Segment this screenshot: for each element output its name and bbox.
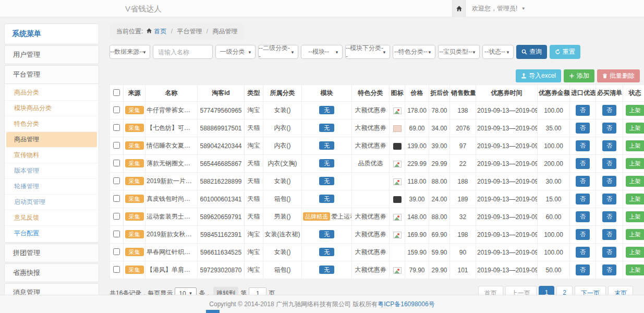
filter-module-sub-category-select[interactable]: --模块下分类--▼ — [345, 45, 390, 59]
import-select-toggle[interactable]: 否 — [576, 140, 590, 151]
must-buy-cell: 否 — [596, 102, 623, 119]
sidebar-subitem[interactable]: 特色分类 — [5, 116, 99, 132]
status-button[interactable]: 上架 — [626, 194, 644, 204]
row-checkbox[interactable] — [113, 266, 120, 273]
must-buy-toggle[interactable]: 否 — [602, 105, 616, 116]
status-button[interactable]: 上架 — [626, 176, 644, 187]
sidebar-item[interactable]: 省惠快报 — [4, 263, 99, 282]
filter-status-select[interactable]: --状态--▼ — [482, 45, 514, 59]
sidebar-subitem-active[interactable]: 商品管理 — [6, 132, 97, 148]
name-search-input[interactable] — [153, 45, 213, 59]
sidebar-subitem[interactable]: 版本管理 — [5, 163, 99, 179]
must-buy-cell: 否 — [596, 190, 623, 208]
product-type: 天猫 — [245, 173, 263, 190]
price: 79.90 — [405, 261, 429, 279]
product-thumbnail-icon — [393, 178, 402, 185]
module-cell: 品牌精选爱上运动 — [302, 208, 352, 226]
feature-category: 大额优惠券 — [352, 208, 390, 226]
row-checkbox[interactable] — [113, 195, 120, 202]
table-body: 采集 牛仔背带裤女秋装减龄... 577479560965 淘宝 女装() 无 … — [110, 102, 644, 279]
filter-data-source-select[interactable]: --数据来源--▼ — [110, 45, 150, 59]
batch-delete-button[interactable]: 批量删除 — [597, 69, 640, 82]
sidebar-subitem[interactable]: 商品分类 — [5, 85, 99, 101]
product-type: 天猫 — [245, 155, 263, 173]
row-checkbox[interactable] — [113, 106, 120, 113]
module-cell: 无 — [302, 102, 352, 119]
filter-select-label: 一级分类 — [220, 47, 245, 56]
must-buy-toggle[interactable]: 否 — [602, 264, 616, 275]
header-home-button[interactable] — [452, 0, 466, 17]
import-select-toggle[interactable]: 否 — [576, 229, 590, 240]
sidebar-subitem[interactable]: 轮播管理 — [5, 179, 99, 195]
filter-feature-category-select[interactable]: --特色分类--▼ — [393, 45, 435, 59]
user-menu[interactable]: 欢迎您，管理员! ▼ — [472, 0, 526, 17]
status-button[interactable]: 上架 — [626, 123, 644, 134]
price: 118.00 — [405, 173, 429, 190]
sidebar-item[interactable]: 拼团管理 — [4, 244, 99, 262]
row-checkbox-cell — [110, 208, 124, 226]
sidebar-subitem[interactable]: 意见反馈 — [5, 210, 99, 226]
table-row: 采集 【七色纺】可爱纯棉家... 588869917501 天猫 内衣() 无 … — [110, 119, 644, 137]
row-checkbox[interactable] — [113, 142, 120, 149]
sidebar-subitem[interactable]: 宣传物料 — [5, 148, 99, 163]
filter-bar: --数据来源--▼一级分类▼--二级分类--▼--模块--▼--模块下分类--▼… — [110, 45, 640, 59]
must-buy-toggle[interactable]: 否 — [602, 140, 616, 151]
status-button[interactable]: 上架 — [626, 158, 644, 169]
filter-level1-category-select[interactable]: 一级分类▼ — [215, 45, 256, 59]
row-checkbox[interactable] — [113, 177, 120, 184]
reset-button[interactable]: 重置 — [550, 45, 580, 59]
chevron-down-icon: ▼ — [335, 50, 339, 55]
module-cell: 无 — [302, 261, 352, 279]
must-buy-cell: 否 — [596, 137, 623, 155]
must-buy-toggle[interactable]: 否 — [602, 247, 616, 258]
import-select-toggle[interactable]: 否 — [576, 264, 590, 275]
status-button[interactable]: 上架 — [626, 211, 644, 222]
import-select-toggle[interactable]: 否 — [576, 123, 590, 134]
coupon-amount: 15.00 — [538, 190, 570, 208]
sidebar-item-platform-management[interactable]: 平台管理 — [4, 65, 99, 84]
filter-module-select[interactable]: --模块--▼ — [301, 45, 343, 59]
row-checkbox[interactable] — [113, 231, 120, 237]
add-button[interactable]: 添加 — [564, 69, 594, 82]
coupon-time: 2019-09-13—2019-09-20 — [476, 137, 538, 155]
must-buy-toggle[interactable]: 否 — [602, 229, 616, 240]
price: 159.90 — [405, 244, 429, 261]
import-excel-button[interactable]: 导入excel — [516, 69, 561, 82]
import-select-toggle[interactable]: 否 — [576, 194, 590, 204]
status-button[interactable]: 上架 — [626, 105, 644, 116]
sidebar-subitem[interactable]: 模块商品分类 — [5, 101, 99, 116]
status-button[interactable]: 上架 — [626, 229, 644, 240]
import-select-toggle[interactable]: 否 — [576, 176, 590, 187]
row-checkbox[interactable] — [113, 248, 120, 255]
taoke-id: 588869917501 — [198, 119, 245, 137]
import-select-toggle[interactable]: 否 — [576, 105, 590, 116]
table-header-row: 来源名称淘客id类型所属分类模块特色分类图标价格折后价销售数量优惠券时间优惠券金… — [110, 85, 644, 102]
search-button[interactable]: 查询 — [516, 45, 547, 59]
import-select-toggle[interactable]: 否 — [576, 158, 590, 169]
row-checkbox[interactable] — [113, 213, 120, 220]
filter-level2-category-select[interactable]: --二级分类--▼ — [258, 45, 298, 59]
status-button[interactable]: 上架 — [626, 247, 644, 258]
must-buy-toggle[interactable]: 否 — [602, 194, 616, 204]
must-buy-toggle[interactable]: 否 — [602, 123, 616, 134]
select-all-checkbox[interactable] — [113, 89, 120, 96]
status-button[interactable]: 上架 — [626, 264, 644, 275]
import-select-toggle[interactable]: 否 — [576, 247, 590, 258]
row-checkbox[interactable] — [113, 160, 120, 166]
sidebar-subitem[interactable]: 启动页管理 — [5, 195, 99, 210]
sidebar-subitem[interactable]: 平台配置 — [5, 226, 99, 241]
must-buy-toggle[interactable]: 否 — [602, 211, 616, 222]
import-select-toggle[interactable]: 否 — [576, 211, 590, 222]
product-thumbnail-icon — [393, 107, 402, 114]
icp-link[interactable]: 粤ICP备16098006号 — [378, 300, 434, 308]
must-buy-toggle[interactable]: 否 — [602, 176, 616, 187]
sidebar-item-user-management[interactable]: 用户管理 — [4, 45, 99, 64]
filter-item-type-select[interactable]: --宝贝类型--▼ — [438, 45, 480, 59]
row-checkbox[interactable] — [113, 124, 120, 131]
breadcrumb-home-link[interactable]: 首页 — [154, 28, 166, 35]
must-buy-cell: 否 — [596, 208, 623, 226]
price: 69.00 — [405, 119, 429, 137]
must-buy-toggle[interactable]: 否 — [602, 158, 616, 169]
status-button[interactable]: 上架 — [626, 140, 644, 151]
table-row: 采集 2019新款一片式系... 588216228899 天猫 女装() 无 … — [110, 173, 644, 190]
